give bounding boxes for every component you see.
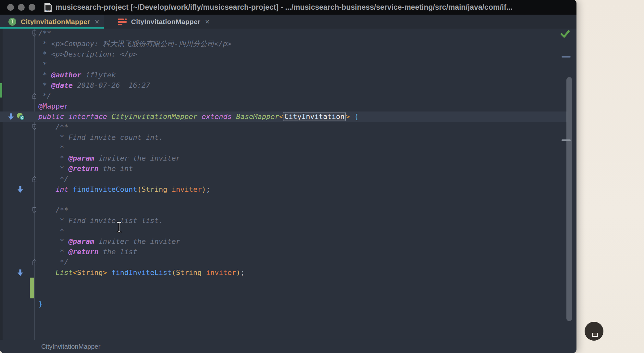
code-line[interactable]: List<String> findInviteList(String invit…	[0, 268, 567, 278]
code-line[interactable]: *	[0, 59, 567, 70]
zoom-window-button[interactable]	[29, 4, 35, 11]
code-line[interactable]: * @return the list	[0, 247, 567, 257]
editor-tab-bar: I CityInvitationMapper × CityInvitationM…	[0, 15, 576, 29]
code-line[interactable]: * <p>Description: </p>	[0, 49, 567, 59]
code-text: * <p>Description: </p>	[0, 49, 567, 59]
tab-cityinvitationmapper-java[interactable]: I CityInvitationMapper ×	[0, 15, 104, 29]
code-line[interactable]: @Mapper	[0, 101, 567, 111]
code-text: public interface CityInvitationMapper ex…	[0, 111, 567, 122]
breadcrumbs-bar: CityInvitationMapper	[0, 340, 576, 353]
window-glyph-icon	[592, 333, 598, 337]
code-text: * @param inviter the inviter	[0, 236, 567, 247]
mybatis-mapper-file-icon	[118, 18, 127, 26]
java-file-icon-label: JAVA	[44, 10, 52, 12]
code-line[interactable]: * @return the int	[0, 163, 567, 174]
desktop-floating-button[interactable]	[585, 322, 603, 341]
code-text: */	[0, 91, 567, 101]
code-text: * @return the int	[0, 163, 567, 174]
code-text: */	[0, 257, 567, 268]
fold-start-icon[interactable]	[32, 124, 37, 130]
vertical-scrollbar-thumb[interactable]	[566, 77, 572, 321]
code-line[interactable]: /**	[0, 122, 567, 132]
code-text: /**	[0, 205, 567, 216]
tab-label: CityInvitationMapper	[131, 18, 201, 26]
vcs-added-lines-marker[interactable]	[30, 278, 34, 298]
fold-start-icon[interactable]	[32, 207, 37, 214]
code-text: * <p>Company: 科大讯飞股份有限公司-四川分公司</p>	[0, 39, 567, 49]
code-line[interactable]: * @param inviter the inviter	[0, 153, 567, 163]
fold-end-icon[interactable]	[32, 93, 37, 99]
code-line[interactable]: public interface CityInvitationMapper ex…	[0, 111, 567, 122]
code-line[interactable]	[0, 195, 567, 205]
tab-cityinvitationmapper-xml[interactable]: CityInvitationMapper ×	[110, 15, 214, 29]
code-text: *	[0, 226, 567, 236]
interface-icon: I	[8, 18, 16, 26]
mouse-ibeam-cursor	[116, 221, 122, 233]
fold-end-icon[interactable]	[32, 259, 37, 266]
goto-mapper-xml-arrow-icon[interactable]	[8, 113, 14, 120]
goto-mapper-xml-arrow-icon[interactable]	[17, 186, 23, 193]
code-line[interactable]: *	[0, 226, 567, 236]
code-line[interactable]: */	[0, 91, 567, 101]
code-line[interactable]: */	[0, 174, 567, 184]
code-text: /**	[0, 122, 567, 132]
close-tab-icon[interactable]: ×	[95, 19, 99, 25]
code-line[interactable]: /**	[0, 205, 567, 216]
mybatis-mapper-icon[interactable]: G	[16, 112, 25, 121]
code-line[interactable]: * @param inviter the inviter	[0, 236, 567, 247]
code-line[interactable]: * <p>Company: 科大讯飞股份有限公司-四川分公司</p>	[0, 39, 567, 49]
code-line[interactable]: *	[0, 143, 567, 153]
close-window-button[interactable]	[7, 4, 14, 11]
code-text: /**	[0, 29, 567, 39]
breadcrumb-item[interactable]: CityInvitationMapper	[41, 343, 100, 350]
code-text: *	[0, 59, 567, 70]
error-stripe-mark[interactable]	[562, 56, 571, 58]
code-line[interactable]: * @author iflytek	[0, 70, 567, 80]
inspection-ok-check-icon[interactable]	[560, 30, 570, 39]
code-line[interactable]: * Find invite list list.	[0, 216, 567, 226]
code-text: * @author iflytek	[0, 70, 567, 80]
code-editor[interactable]: /** * <p>Company: 科大讯飞股份有限公司-四川分公司</p> *…	[0, 29, 576, 340]
code-text: *	[0, 143, 567, 153]
minimize-window-button[interactable]	[18, 4, 25, 11]
ide-window: JAVA musicsearch-project [~/Develop/work…	[0, 0, 576, 353]
code-text: * @date 2018-07-26 16:27	[0, 80, 567, 91]
title-bar[interactable]: JAVA musicsearch-project [~/Develop/work…	[0, 0, 576, 15]
svg-text:G: G	[21, 116, 23, 120]
code-text: List<String> findInviteList(String invit…	[0, 268, 567, 278]
code-line[interactable]	[0, 288, 567, 299]
code-text: */	[0, 174, 567, 184]
code-text: * Find invite list list.	[0, 216, 567, 226]
goto-mapper-xml-arrow-icon[interactable]	[17, 269, 23, 276]
code-text: }	[0, 299, 567, 309]
code-text: * Find invite count int.	[0, 132, 567, 143]
tab-label: CityInvitationMapper	[21, 18, 90, 26]
code-line[interactable]: /**	[0, 29, 567, 39]
java-file-icon: JAVA	[44, 3, 52, 12]
window-title: musicsearch-project [~/Develop/work/ifly…	[56, 3, 513, 12]
code-text: @Mapper	[0, 101, 567, 111]
code-line[interactable]: * @date 2018-07-26 16:27	[0, 80, 567, 91]
code-text: int findInviteCount(String inviter);	[0, 184, 567, 195]
fold-start-icon[interactable]	[32, 31, 37, 37]
code-text: * @param inviter the inviter	[0, 153, 567, 163]
selected-token[interactable]: CityInvitation	[283, 112, 346, 121]
code-line[interactable]: */	[0, 257, 567, 268]
code-line[interactable]: int findInviteCount(String inviter);	[0, 184, 567, 195]
code-area[interactable]: /** * <p>Company: 科大讯飞股份有限公司-四川分公司</p> *…	[0, 29, 576, 309]
code-line[interactable]: * Find invite count int.	[0, 132, 567, 143]
code-text: * @return the list	[0, 247, 567, 257]
code-line[interactable]	[0, 278, 567, 288]
code-line[interactable]: }	[0, 299, 567, 309]
close-tab-icon[interactable]: ×	[205, 19, 209, 25]
fold-end-icon[interactable]	[32, 176, 37, 182]
